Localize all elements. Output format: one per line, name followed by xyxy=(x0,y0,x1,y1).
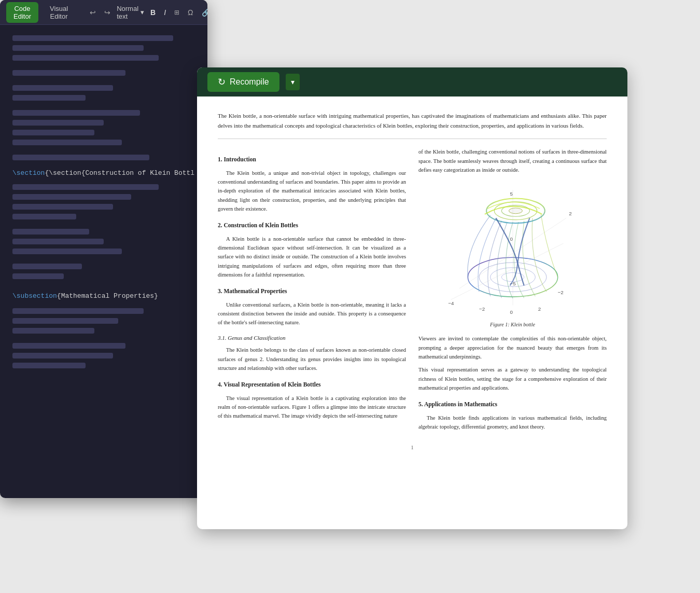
code-skeleton-2 xyxy=(12,45,144,51)
redo-icon[interactable]: ↪ xyxy=(102,7,113,18)
subsection-text: Mathematical Properties} xyxy=(61,292,158,300)
code-skeleton-6 xyxy=(12,95,86,101)
section-31-number: 3.1. xyxy=(218,335,228,341)
code-skeleton-9 xyxy=(12,130,94,135)
right-col-figure-desc1: Viewers are invited to contemplate the c… xyxy=(418,334,607,361)
subsection-brace-open: { xyxy=(57,292,61,300)
recompile-icon: ↻ xyxy=(218,76,226,88)
code-skeleton-13 xyxy=(12,194,131,200)
left-column: 1. Introduction The Klein bottle, a uniq… xyxy=(218,147,406,435)
code-skeleton-17 xyxy=(12,239,104,244)
code-skeleton-16 xyxy=(12,229,89,235)
svg-text:2: 2 xyxy=(569,211,571,216)
editor-content: \section { \section{Construction of Klei… xyxy=(0,25,207,383)
code-skeleton-14 xyxy=(12,204,113,210)
recompile-dropdown-button[interactable]: ▾ xyxy=(286,74,300,90)
right-col-intro: of the Klein bottle, challenging convent… xyxy=(418,147,607,174)
section-4-body: The visual representation of a Klein bot… xyxy=(218,394,406,421)
svg-text:−2: −2 xyxy=(479,306,485,312)
section-31-title: 3.1. Genus and Classification xyxy=(218,334,406,343)
section-1-body: The Klein bottle, a unique and non-trivi… xyxy=(218,169,406,214)
text-style-selector[interactable]: Normal text ▾ xyxy=(117,5,144,20)
section-3-title: 3. Mathematical Properties xyxy=(218,286,406,296)
figure-1-area: 2 5 0 −5 −4 −2 0 2 −2 xyxy=(418,182,607,329)
section-2-label: Construction of Klein Bottles xyxy=(224,222,298,228)
code-skeleton-4 xyxy=(12,70,125,76)
svg-text:0: 0 xyxy=(510,236,513,242)
section-3-body: Unlike conventional surfaces, a Klein bo… xyxy=(218,300,406,327)
code-skeleton-8 xyxy=(12,120,104,126)
document-content: The Klein bottle, a non-orientable surfa… xyxy=(197,96,627,529)
svg-text:2: 2 xyxy=(538,306,540,312)
code-skeleton-22 xyxy=(12,318,118,324)
subsection-keyword: \subsection xyxy=(12,292,57,300)
code-skeleton-7 xyxy=(12,110,140,116)
section-1-title: 1. Introduction xyxy=(218,155,406,164)
code-skeleton-25 xyxy=(12,353,113,358)
code-skeleton-12 xyxy=(12,184,159,190)
undo-icon[interactable]: ↩ xyxy=(88,7,98,18)
section-5-number: 5. xyxy=(418,401,423,407)
code-skeleton-18 xyxy=(12,249,122,254)
section-4-label: Visual Representation of Klein Bottles xyxy=(223,381,320,388)
italic-icon[interactable]: I xyxy=(162,7,168,18)
bold-icon[interactable]: B xyxy=(148,7,158,18)
code-editor-tab[interactable]: Code Editor xyxy=(6,2,38,23)
code-skeleton-20 xyxy=(12,273,64,279)
section-2-number: 2. xyxy=(218,222,224,228)
text-style-chevron: ▾ xyxy=(141,8,144,16)
section-5-label: Applications in Mathematics xyxy=(424,401,497,407)
code-skeleton-1 xyxy=(12,35,173,41)
section-3-label: Mathematical Properties xyxy=(224,288,287,294)
code-editor-panel: Code Editor Visual Editor ↩ ↪ Normal tex… xyxy=(0,0,207,498)
visual-editor-tab[interactable]: Visual Editor xyxy=(43,2,75,23)
visual-editor-panel: ↻ Recompile ▾ The Klein bottle, a non-or… xyxy=(197,67,627,529)
subsection-code-line: \subsection { Mathematical Properties} xyxy=(12,291,195,301)
section-31-body: The Klein bottle belongs to the class of… xyxy=(218,346,406,373)
section-4-number: 4. xyxy=(218,381,223,388)
section-31-label: Genus and Classification xyxy=(228,335,285,341)
link-icon[interactable]: 🔗 xyxy=(200,7,207,18)
recompile-bar: ↻ Recompile ▾ xyxy=(197,67,627,96)
code-skeleton-5 xyxy=(12,85,113,91)
section-2-body: A Klein bottle is a non-orientable surfa… xyxy=(218,235,406,280)
section-brace-open: { xyxy=(45,169,49,177)
code-skeleton-3 xyxy=(12,55,159,61)
document-divider xyxy=(218,139,607,139)
section-5-body: The Klein bottle finds applications in v… xyxy=(418,413,607,432)
section-5-title: 5. Applications in Mathematics xyxy=(418,399,607,409)
page-number: 1 xyxy=(218,444,607,452)
section-2-title: 2. Construction of Klein Bottles xyxy=(218,220,406,230)
abstract-paragraph: The Klein bottle, a non-orientable surfa… xyxy=(218,111,607,130)
table-icon[interactable]: ⊞ xyxy=(172,8,181,17)
section-text: \section{Construction of Klein Bottl xyxy=(49,169,194,177)
section-4-title: 4. Visual Representation of Klein Bottle… xyxy=(218,380,406,389)
svg-text:−4: −4 xyxy=(448,301,454,307)
svg-point-17 xyxy=(509,208,522,214)
code-skeleton-11 xyxy=(12,155,149,160)
klein-bottle-figure: 2 5 0 −5 −4 −2 0 2 −2 xyxy=(445,182,580,316)
omega-icon[interactable]: Ω xyxy=(186,7,195,18)
code-skeleton-23 xyxy=(12,328,94,334)
code-skeleton-24 xyxy=(12,343,125,349)
section-1-number: 1. xyxy=(218,156,224,162)
code-skeleton-21 xyxy=(12,308,144,314)
section-3-number: 3. xyxy=(218,288,224,294)
text-style-label: Normal text xyxy=(117,5,138,20)
recompile-button[interactable]: ↻ Recompile xyxy=(207,72,279,92)
section-keyword: \section xyxy=(12,169,45,177)
right-col-figure-desc2: This visual representation serves as a g… xyxy=(418,365,607,392)
code-skeleton-15 xyxy=(12,214,76,219)
code-skeleton-19 xyxy=(12,264,82,269)
svg-text:5: 5 xyxy=(510,191,513,197)
figure-1-caption: Figure 1: Klein bottle xyxy=(490,321,535,329)
svg-text:−2: −2 xyxy=(557,289,563,295)
two-column-layout: 1. Introduction The Klein bottle, a uniq… xyxy=(218,147,607,435)
svg-text:0: 0 xyxy=(510,309,513,315)
code-skeleton-26 xyxy=(12,363,86,368)
section-code-line: \section { \section{Construction of Klei… xyxy=(12,168,195,178)
code-skeleton-10 xyxy=(12,140,122,145)
right-column: of the Klein bottle, challenging convent… xyxy=(418,147,607,435)
editor-toolbar: Code Editor Visual Editor ↩ ↪ Normal tex… xyxy=(0,0,207,25)
section-1-label: Introduction xyxy=(224,156,256,162)
